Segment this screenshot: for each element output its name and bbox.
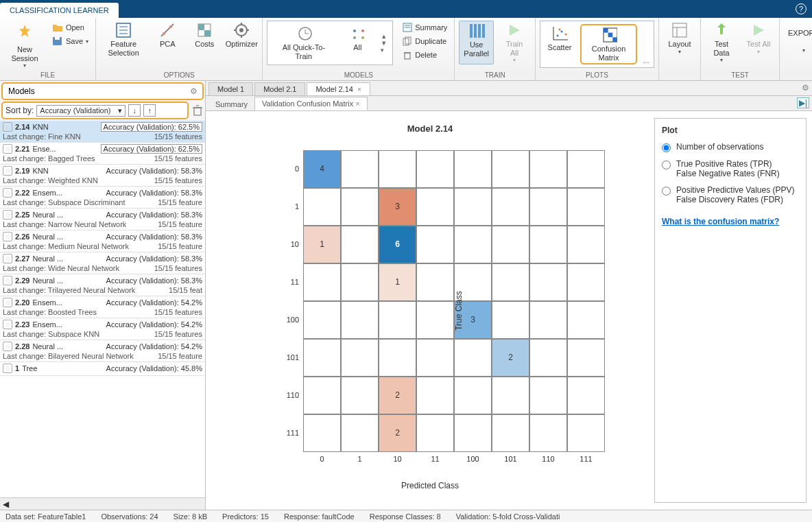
- feature-selection-button[interactable]: Feature Selection: [100, 21, 147, 58]
- star-icon[interactable]: ☆: [3, 342, 12, 351]
- star-icon[interactable]: ☆: [3, 144, 12, 154]
- tab-validation-confusion-matrix[interactable]: Validation Confusion Matrix ×: [254, 97, 368, 110]
- summary-icon: [403, 23, 412, 32]
- delete-button[interactable]: Delete: [400, 48, 450, 62]
- matrix-cell: [567, 339, 605, 377]
- use-parallel-button[interactable]: Use Parallel: [459, 21, 494, 64]
- tab-model-1[interactable]: Model 1: [208, 82, 253, 95]
- svg-rect-11: [204, 30, 211, 36]
- svg-point-40: [565, 34, 567, 36]
- list-item[interactable]: ☆ 2.26 Neural ... Accuracy (Validation):…: [0, 230, 205, 252]
- jump-end-button[interactable]: ▶|: [797, 97, 809, 108]
- help-icon[interactable]: ?: [796, 3, 807, 14]
- model-list[interactable]: ☆ 2.14 KNN Accuracy (Validation): 62.5% …: [0, 121, 205, 497]
- x-tick: 1: [341, 452, 379, 471]
- star-icon[interactable]: ☆: [3, 320, 12, 329]
- pca-button[interactable]: PCA: [151, 21, 184, 58]
- matrix-cell: [567, 226, 605, 263]
- save-button[interactable]: Save ▾: [49, 34, 91, 48]
- test-all-button[interactable]: Test All ▾: [742, 21, 775, 64]
- star-icon[interactable]: ☆: [3, 276, 12, 285]
- svg-rect-30: [405, 53, 410, 59]
- costs-button[interactable]: Costs: [188, 21, 221, 58]
- tab-model-2-1[interactable]: Model 2.1: [254, 82, 305, 95]
- matrix-cell: [416, 339, 454, 377]
- matrix-cell: [454, 339, 492, 377]
- model-all-quick-button[interactable]: All Quick-To- Train: [270, 24, 337, 62]
- list-item[interactable]: ☆ 2.27 Neural ... Accuracy (Validation):…: [0, 252, 205, 274]
- x-axis-label: Predicted Class: [206, 481, 654, 490]
- list-item[interactable]: ☆ 2.14 KNN Accuracy (Validation): 62.5% …: [0, 121, 205, 143]
- star-icon[interactable]: ☆: [3, 166, 12, 176]
- list-item[interactable]: ☆ 2.21 Ense... Accuracy (Validation): 62…: [0, 143, 205, 165]
- confusion-matrix-help-link[interactable]: What is the confusion matrix?: [662, 217, 799, 226]
- group-label-test: TEST: [701, 71, 779, 79]
- models-search-input[interactable]: [5, 85, 190, 97]
- optimizer-button[interactable]: Optimizer: [225, 21, 258, 58]
- group-label-options: OPTIONS: [96, 71, 262, 79]
- list-item[interactable]: ☆ 2.22 Ensem... Accuracy (Validation): 5…: [0, 187, 205, 209]
- matrix-cell: 6: [379, 226, 416, 263]
- sort-desc-button[interactable]: ↑: [143, 104, 156, 117]
- matrix-cell: [529, 377, 567, 414]
- close-icon[interactable]: ×: [355, 99, 359, 108]
- svg-rect-34: [478, 24, 481, 38]
- list-item[interactable]: ☆ 1 Tree Accuracy (Validation): 45.8%: [0, 362, 205, 376]
- star-icon[interactable]: ☆: [3, 188, 12, 198]
- star-icon[interactable]: ☆: [3, 298, 12, 307]
- sort-select[interactable]: Accuracy (Validation)▾: [36, 105, 126, 117]
- list-item[interactable]: ☆ 2.20 Ensem... Accuracy (Validation): 5…: [0, 296, 205, 318]
- matrix-cell: [454, 377, 492, 414]
- matrix-cell: [416, 188, 454, 226]
- x-tick: 110: [529, 452, 567, 471]
- svg-rect-35: [482, 24, 485, 38]
- sort-asc-button[interactable]: ↓: [128, 104, 141, 117]
- tab-model-2-14[interactable]: Model 2.14×: [307, 82, 370, 95]
- export-button[interactable]: EXPORT ▾: [784, 21, 812, 55]
- matrix-cell: [416, 414, 454, 452]
- status-predictors: Predictors: 15: [222, 512, 269, 521]
- radio-observations[interactable]: Number of observations: [662, 142, 799, 152]
- confusion-matrix-button[interactable]: Confusion Matrix: [580, 24, 637, 64]
- matrix-cell: [303, 188, 341, 226]
- star-icon[interactable]: ☆: [3, 254, 12, 263]
- list-item[interactable]: ☆ 2.25 Neural ... Accuracy (Validation):…: [0, 209, 205, 230]
- close-icon[interactable]: ×: [357, 86, 361, 93]
- list-item[interactable]: ☆ 2.23 Ensem... Accuracy (Validation): 5…: [0, 318, 205, 340]
- new-session-button[interactable]: New Session ▾: [4, 21, 45, 70]
- train-all-button[interactable]: Train All ▾: [498, 21, 531, 64]
- layout-button[interactable]: Layout ▾: [663, 21, 696, 56]
- star-icon[interactable]: ☆: [3, 122, 12, 132]
- title-bar: CLASSIFICATION LEARNER ?: [0, 0, 812, 18]
- y-tick: 0: [276, 150, 303, 188]
- status-dataset: Data set: FeatureTable1: [5, 512, 86, 521]
- gear-icon[interactable]: ⚙: [190, 86, 200, 96]
- matrix-cell: [341, 188, 379, 226]
- scatter-button[interactable]: Scatter: [543, 24, 576, 64]
- status-validation: Validation: 5-fold Cross-Validati: [456, 512, 560, 521]
- gear-icon[interactable]: ⚙: [802, 83, 809, 93]
- test-data-button[interactable]: Test Data ▾: [705, 21, 738, 64]
- model-all-button[interactable]: All: [341, 24, 374, 62]
- list-item[interactable]: ☆ 2.19 KNN Accuracy (Validation): 58.3% …: [0, 165, 205, 187]
- save-icon: [52, 36, 63, 46]
- group-label-file: FILE: [0, 71, 95, 79]
- models-sidebar: ⚙ Sort by: Accuracy (Validation)▾ ↓ ↑ ☆ …: [0, 81, 206, 510]
- delete-model-button[interactable]: [191, 104, 205, 118]
- duplicate-button[interactable]: Duplicate: [400, 34, 450, 48]
- open-button[interactable]: Open: [49, 21, 91, 34]
- radio-tpr-fnr[interactable]: True Positive Rates (TPR)False Negative …: [662, 159, 799, 178]
- tab-summary[interactable]: Summary: [208, 98, 254, 110]
- star-icon[interactable]: ☆: [3, 210, 12, 220]
- matrix-cell: [341, 414, 379, 452]
- summary-button[interactable]: Summary: [400, 21, 450, 34]
- list-item[interactable]: ☆ 2.28 Neural ... Accuracy (Validation):…: [0, 340, 205, 362]
- matrix-cell: [303, 301, 341, 339]
- paginate-bar[interactable]: ◀: [0, 497, 205, 510]
- app-tab[interactable]: CLASSIFICATION LEARNER: [0, 3, 119, 18]
- star-icon[interactable]: ☆: [3, 364, 12, 373]
- star-icon[interactable]: ☆: [3, 232, 12, 241]
- options-title: Plot: [662, 126, 799, 135]
- radio-ppv-fdr[interactable]: Positive Predictive Values (PPV)False Di…: [662, 185, 799, 204]
- list-item[interactable]: ☆ 2.29 Neural ... Accuracy (Validation):…: [0, 274, 205, 296]
